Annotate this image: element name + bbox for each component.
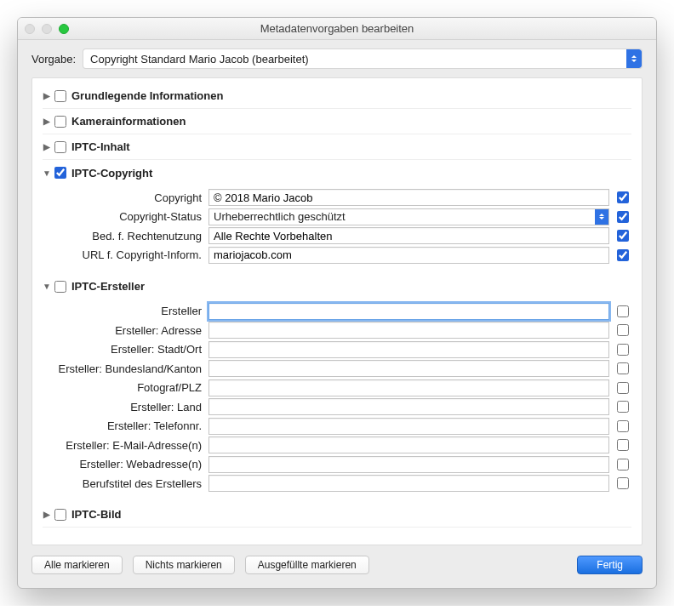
copyright-url-row-checkbox[interactable] bbox=[617, 249, 629, 261]
creator-phone-input[interactable] bbox=[208, 418, 609, 435]
field-label: Ersteller: Bundesland/Kanton bbox=[43, 362, 208, 375]
field-label: Ersteller: Telefonnr. bbox=[43, 419, 208, 432]
disclosure-right-icon: ▶ bbox=[43, 510, 51, 519]
footer: Alle markieren Nichts markieren Ausgefül… bbox=[18, 545, 656, 588]
zoom-button[interactable] bbox=[59, 24, 69, 34]
section-iptc-content[interactable]: ▶ IPTC-Inhalt bbox=[43, 134, 631, 160]
creator-jobtitle-row-checkbox[interactable] bbox=[617, 477, 629, 489]
section-iptc-image[interactable]: ▶ IPTC-Bild bbox=[43, 502, 631, 528]
section-iptc-copyright[interactable]: ▼ IPTC-Copyright bbox=[43, 160, 631, 185]
disclosure-down-icon: ▼ bbox=[43, 168, 51, 178]
done-button[interactable]: Fertig bbox=[577, 556, 643, 574]
field-label: URL f. Copyright-Inform. bbox=[43, 248, 208, 261]
close-button[interactable] bbox=[25, 24, 35, 34]
section-camera-checkbox[interactable] bbox=[54, 116, 66, 128]
preset-label: Vorgabe: bbox=[31, 53, 76, 66]
field-label: Copyright bbox=[43, 191, 208, 204]
creator-input[interactable] bbox=[208, 303, 609, 320]
window-controls bbox=[25, 24, 69, 34]
section-basic-title: Grundlegende Informationen bbox=[71, 89, 223, 102]
copyright-url-input[interactable] bbox=[208, 247, 609, 264]
check-filled-button[interactable]: Ausgefüllte markieren bbox=[245, 556, 369, 574]
iptc-copyright-fields: Copyright Copyright-Status Urheberrechtl… bbox=[43, 185, 631, 269]
section-camera-title: Kamerainformationen bbox=[71, 115, 186, 128]
creator-zip-input[interactable] bbox=[208, 379, 609, 396]
rights-input[interactable] bbox=[208, 227, 609, 244]
titlebar: Metadatenvorgaben bearbeiten bbox=[18, 18, 656, 40]
creator-row-checkbox[interactable] bbox=[617, 305, 629, 317]
field-label: Ersteller bbox=[43, 305, 208, 317]
field-row: URL f. Copyright-Inform. bbox=[43, 247, 631, 264]
creator-country-row-checkbox[interactable] bbox=[617, 401, 629, 413]
check-none-button[interactable]: Nichts markieren bbox=[133, 556, 235, 574]
minimize-button[interactable] bbox=[42, 24, 52, 34]
field-row: Ersteller: Land bbox=[43, 398, 631, 415]
check-all-button[interactable]: Alle markieren bbox=[31, 556, 123, 574]
creator-website-input[interactable] bbox=[208, 456, 609, 473]
field-label: Bed. f. Rechtenutzung bbox=[43, 230, 208, 242]
field-label: Berufstitel des Erstellers bbox=[43, 477, 208, 490]
creator-city-row-checkbox[interactable] bbox=[617, 344, 629, 356]
section-iptc-copyright-title: IPTC-Copyright bbox=[71, 167, 152, 180]
field-label: Ersteller: Stadt/Ort bbox=[43, 343, 208, 356]
preset-select-value: Copyright Standard Mario Jacob (bearbeit… bbox=[90, 53, 309, 66]
field-row: Ersteller: Stadt/Ort bbox=[43, 341, 631, 358]
field-label: Ersteller: Land bbox=[43, 401, 208, 414]
field-row: Copyright-Status Urheberrechtlich geschü… bbox=[43, 208, 631, 225]
copyright-status-row-checkbox[interactable] bbox=[617, 211, 629, 223]
field-row: Fotograf/PLZ bbox=[43, 379, 631, 396]
disclosure-right-icon: ▶ bbox=[43, 117, 51, 126]
creator-country-input[interactable] bbox=[208, 398, 609, 415]
field-label: Copyright-Status bbox=[43, 210, 208, 223]
updown-icon bbox=[626, 49, 642, 68]
creator-email-input[interactable] bbox=[208, 436, 609, 453]
creator-zip-row-checkbox[interactable] bbox=[617, 382, 629, 394]
creator-phone-row-checkbox[interactable] bbox=[617, 420, 629, 432]
iptc-creator-fields: Ersteller Ersteller: Adresse Ersteller: … bbox=[43, 299, 631, 498]
creator-address-input[interactable] bbox=[208, 322, 609, 339]
field-row: Copyright bbox=[43, 189, 631, 206]
section-basic-checkbox[interactable] bbox=[54, 90, 66, 102]
field-row: Ersteller: Telefonnr. bbox=[43, 418, 631, 435]
field-row: Ersteller: Bundesland/Kanton bbox=[43, 360, 631, 377]
metadata-panel[interactable]: ▶ Grundlegende Informationen ▶ Kamerainf… bbox=[31, 77, 643, 545]
creator-email-row-checkbox[interactable] bbox=[617, 439, 629, 451]
copyright-status-select[interactable]: Urheberrechtlich geschützt bbox=[208, 208, 609, 225]
preset-select[interactable]: Copyright Standard Mario Jacob (bearbeit… bbox=[83, 48, 643, 69]
section-camera[interactable]: ▶ Kamerainformationen bbox=[43, 109, 631, 134]
section-iptc-content-title: IPTC-Inhalt bbox=[71, 140, 130, 153]
section-iptc-creator-title: IPTC-Ersteller bbox=[71, 280, 145, 293]
section-iptc-image-title: IPTC-Bild bbox=[71, 508, 122, 521]
section-iptc-creator[interactable]: ▼ IPTC-Ersteller bbox=[43, 274, 631, 299]
field-row: Ersteller bbox=[43, 303, 631, 320]
copyright-row-checkbox[interactable] bbox=[617, 191, 629, 203]
disclosure-right-icon: ▶ bbox=[43, 91, 51, 100]
copyright-input[interactable] bbox=[208, 189, 609, 206]
creator-address-row-checkbox[interactable] bbox=[617, 324, 629, 336]
field-label: Fotograf/PLZ bbox=[43, 381, 208, 394]
field-row: Ersteller: Adresse bbox=[43, 322, 631, 339]
field-label: Ersteller: Adresse bbox=[43, 324, 208, 337]
creator-state-row-checkbox[interactable] bbox=[617, 362, 629, 374]
field-row: Ersteller: Webadresse(n) bbox=[43, 456, 631, 473]
field-label: Ersteller: E-Mail-Adresse(n) bbox=[43, 439, 208, 452]
field-row: Ersteller: E-Mail-Adresse(n) bbox=[43, 436, 631, 453]
section-iptc-copyright-checkbox[interactable] bbox=[54, 167, 66, 179]
section-iptc-creator-checkbox[interactable] bbox=[54, 281, 66, 293]
window-title: Metadatenvorgaben bearbeiten bbox=[18, 22, 656, 35]
section-basic[interactable]: ▶ Grundlegende Informationen bbox=[43, 83, 631, 109]
updown-icon bbox=[595, 209, 608, 225]
section-iptc-image-checkbox[interactable] bbox=[54, 509, 66, 521]
copyright-status-value: Urheberrechtlich geschützt bbox=[214, 210, 346, 223]
section-iptc-content-checkbox[interactable] bbox=[54, 141, 66, 153]
creator-state-input[interactable] bbox=[208, 360, 609, 377]
preset-row: Vorgabe: Copyright Standard Mario Jacob … bbox=[18, 40, 656, 77]
creator-website-row-checkbox[interactable] bbox=[617, 459, 629, 471]
field-row: Berufstitel des Erstellers bbox=[43, 475, 631, 492]
window: Metadatenvorgaben bearbeiten Vorgabe: Co… bbox=[17, 17, 657, 589]
creator-city-input[interactable] bbox=[208, 341, 609, 358]
rights-row-checkbox[interactable] bbox=[617, 230, 629, 242]
creator-jobtitle-input[interactable] bbox=[208, 475, 609, 492]
field-row: Bed. f. Rechtenutzung bbox=[43, 227, 631, 244]
field-label: Ersteller: Webadresse(n) bbox=[43, 458, 208, 471]
